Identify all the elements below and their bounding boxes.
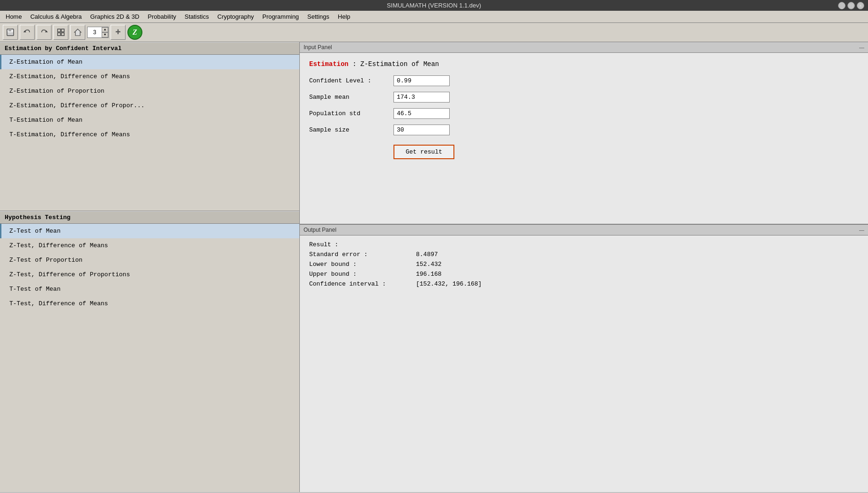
svg-rect-8 xyxy=(61,33,64,36)
standard-error-label: Standard error : xyxy=(309,251,412,258)
sample-size-input[interactable] xyxy=(393,125,450,135)
output-panel-close[interactable]: — xyxy=(859,227,864,233)
upper-bound-value: 196.168 xyxy=(416,271,442,278)
upper-bound-row: Upper bound : 196.168 xyxy=(309,271,859,278)
title-bar: SIMULAMATH (VERSION 1.1.dev) _ □ × xyxy=(0,0,868,11)
input-panel-header: Input Panel — xyxy=(300,42,868,53)
standard-error-value: 8.4897 xyxy=(416,251,438,258)
output-panel-label: Output Panel xyxy=(304,227,336,233)
sample-mean-row: Sample mean xyxy=(309,92,859,103)
confident-level-input[interactable] xyxy=(393,75,450,86)
list-item-z-test-mean[interactable]: Z-Test of Mean xyxy=(0,224,299,238)
svg-rect-1 xyxy=(8,29,11,31)
sample-size-label: Sample size xyxy=(309,126,393,133)
confidence-interval-value: [152.432, 196.168] xyxy=(416,280,482,287)
list-item-t-test-mean[interactable]: T-Test of Mean xyxy=(0,282,299,296)
add-button[interactable]: + xyxy=(111,25,126,40)
list-item-z-estimation-diff-means[interactable]: Z-Estimation, Difference of Means xyxy=(0,69,299,84)
menu-graphics[interactable]: Graphics 2D & 3D xyxy=(87,12,143,21)
input-panel-label: Input Panel xyxy=(304,44,332,51)
confident-level-label: Confident Level : xyxy=(309,77,393,84)
sample-mean-input[interactable] xyxy=(393,92,450,103)
main-area: Estimation by Confident Interval Z-Estim… xyxy=(0,42,868,492)
menu-home[interactable]: Home xyxy=(2,12,26,21)
list-item-t-estimation-diff-means[interactable]: T-Estimation, Difference of Means xyxy=(0,127,299,142)
svg-rect-5 xyxy=(58,29,60,32)
list-item-t-test-diff-means[interactable]: T-Test, Difference of Means xyxy=(0,296,299,311)
menu-statistics[interactable]: Statistics xyxy=(181,12,213,21)
estimation-section: Estimation by Confident Interval Z-Estim… xyxy=(0,42,299,211)
input-panel-wrapper: Input Panel — Estimation : Z-Estimation … xyxy=(300,42,868,225)
zoom-spinner[interactable]: 3 ▲ ▼ xyxy=(87,27,109,38)
output-panel: Result : Standard error : 8.4897 Lower b… xyxy=(300,235,868,492)
menu-calculus[interactable]: Calculus & Algebra xyxy=(27,12,86,21)
spinner-down[interactable]: ▼ xyxy=(102,32,108,37)
hypothesis-section: Hypothesis Testing Z-Test of Mean Z-Test… xyxy=(0,211,299,492)
result-header-label: Result : xyxy=(309,241,412,248)
input-panel-close[interactable]: — xyxy=(859,44,864,50)
list-item-z-test-diff-means[interactable]: Z-Test, Difference of Means xyxy=(0,238,299,253)
spinner-controls: ▲ ▼ xyxy=(102,27,108,37)
home-button[interactable] xyxy=(70,25,85,40)
lower-bound-label: Lower bound : xyxy=(309,261,412,268)
spinner-up[interactable]: ▲ xyxy=(102,27,108,32)
window-controls: _ □ × xyxy=(838,2,864,9)
app-title: SIMULAMATH (VERSION 1.1.dev) xyxy=(387,2,481,9)
right-panel: Input Panel — Estimation : Z-Estimation … xyxy=(300,42,868,492)
population-std-label: Population std xyxy=(309,110,393,117)
estimation-type: Z-Estimation of Mean xyxy=(360,60,439,68)
confident-level-row: Confident Level : xyxy=(309,75,859,86)
svg-rect-2 xyxy=(7,32,13,35)
hypothesis-list: Z-Test of Mean Z-Test, Difference of Mea… xyxy=(0,224,299,311)
input-panel: Estimation : Z-Estimation of Mean Confid… xyxy=(300,53,868,225)
estimation-separator: : xyxy=(352,60,360,68)
output-panel-wrapper: Output Panel — Result : Standard error :… xyxy=(300,225,868,492)
menu-bar: Home Calculus & Algebra Graphics 2D & 3D… xyxy=(0,11,868,23)
lower-bound-row: Lower bound : 152.432 xyxy=(309,261,859,268)
list-item-z-estimation-proportion[interactable]: Z-Estimation of Proportion xyxy=(0,84,299,98)
menu-probability[interactable]: Probability xyxy=(144,12,180,21)
lower-bound-value: 152.432 xyxy=(416,261,442,268)
confidence-interval-row: Confidence interval : [152.432, 196.168] xyxy=(309,280,859,287)
confidence-interval-label: Confidence interval : xyxy=(309,280,412,287)
toolbar: 3 ▲ ▼ + Z xyxy=(0,23,868,42)
get-result-row: Get result xyxy=(309,141,859,159)
list-item-z-test-diff-props[interactable]: Z-Test, Difference of Proportions xyxy=(0,267,299,282)
zoom-button[interactable]: Z xyxy=(127,25,142,40)
zoom-value[interactable]: 3 xyxy=(88,29,102,36)
population-std-input[interactable] xyxy=(393,108,450,119)
estimation-label: Estimation xyxy=(309,60,349,68)
svg-marker-9 xyxy=(74,29,81,36)
menu-programming[interactable]: Programming xyxy=(259,12,303,21)
upper-bound-label: Upper bound : xyxy=(309,271,412,278)
result-header-row: Result : xyxy=(309,241,859,248)
menu-cryptography[interactable]: Cryptography xyxy=(214,12,258,21)
list-item-z-estimation-mean[interactable]: Z-Estimation of Mean xyxy=(0,55,299,69)
estimation-list: Z-Estimation of Mean Z-Estimation, Diffe… xyxy=(0,55,299,142)
sample-mean-label: Sample mean xyxy=(309,94,393,101)
menu-help[interactable]: Help xyxy=(334,12,354,21)
fullscreen-button[interactable] xyxy=(53,25,68,40)
svg-rect-7 xyxy=(58,33,60,36)
list-item-z-test-proportion[interactable]: Z-Test of Proportion xyxy=(0,253,299,267)
estimation-header: Estimation by Confident Interval xyxy=(0,42,299,55)
output-panel-header: Output Panel — xyxy=(300,225,868,235)
undo-button[interactable] xyxy=(20,25,35,40)
svg-rect-6 xyxy=(61,29,64,32)
close-button[interactable]: × xyxy=(857,2,864,9)
standard-error-row: Standard error : 8.4897 xyxy=(309,251,859,258)
minimize-button[interactable]: _ xyxy=(838,2,846,9)
left-panel: Estimation by Confident Interval Z-Estim… xyxy=(0,42,300,492)
redo-button[interactable] xyxy=(37,25,52,40)
maximize-button[interactable]: □ xyxy=(847,2,855,9)
hypothesis-header: Hypothesis Testing xyxy=(0,211,299,224)
population-std-row: Population std xyxy=(309,108,859,119)
sample-size-row: Sample size xyxy=(309,125,859,135)
get-result-button[interactable]: Get result xyxy=(393,145,454,159)
menu-settings[interactable]: Settings xyxy=(304,12,333,21)
estimation-title: Estimation : Z-Estimation of Mean xyxy=(309,60,859,68)
list-item-t-estimation-mean[interactable]: T-Estimation of Mean xyxy=(0,113,299,127)
save-button[interactable] xyxy=(3,25,18,40)
list-item-z-estimation-diff-prop[interactable]: Z-Estimation, Difference of Propor... xyxy=(0,98,299,113)
